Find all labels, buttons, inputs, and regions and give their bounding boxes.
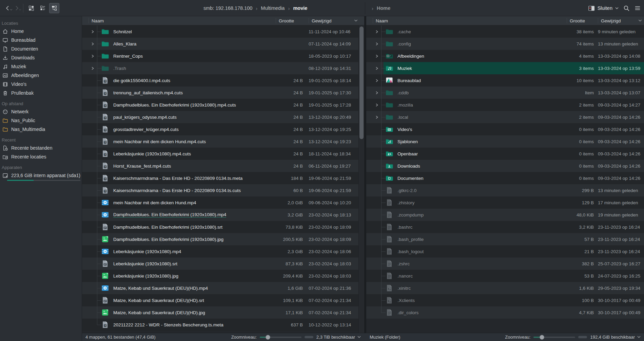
sidebar-item-nas-public[interactable]: Nas_Public: [0, 116, 82, 125]
file-row[interactable]: .dir_colors4,7 KiB30-10-2017 op 00:49: [366, 306, 644, 319]
scrollbar-handle[interactable]: [359, 26, 364, 139]
forward-button[interactable]: [12, 3, 21, 14]
column-header-name[interactable]: Naam: [373, 18, 567, 23]
file-row[interactable]: ?Dampfnudelblues. Ein Eberhoferkrimi (19…: [82, 99, 358, 111]
file-row[interactable]: Matze, Kebab und Sauerkraut (DEU)(HD).sr…: [82, 294, 358, 306]
file-date: 29-05-2023 op 19:34: [598, 286, 644, 291]
sidebar-item-muziek[interactable]: Muziek: [0, 62, 82, 71]
file-date: 23-11-2023 op 16:24: [598, 237, 644, 242]
column-header-modified[interactable]: Gewijzigd: [598, 18, 644, 23]
column-header-name[interactable]: Naam: [89, 18, 276, 23]
file-row[interactable]: ?trennung_auf_italienisch.mp4.cuts24 B19…: [82, 87, 358, 99]
zoom-label: Zoomniveau:: [231, 335, 257, 340]
file-row[interactable]: .gtkrc-2.0299 B13 minuten geleden: [366, 184, 644, 196]
file-row[interactable]: ?Horst_Krause_fest.mp4.cuts24 B06-11-202…: [82, 160, 358, 172]
file-row[interactable]: ?grosstadtrevier_krüger.mp4.cuts24 B13-1…: [82, 123, 358, 135]
file-size: 48,0 KiB: [567, 212, 594, 217]
back-button[interactable]: [3, 3, 12, 14]
file-row[interactable]: .zcompdump48,0 KiB19 minuten geleden: [366, 209, 644, 221]
vertical-scrollbar[interactable]: [358, 25, 364, 333]
file-row[interactable]: Dampfnudelblues. Ein Eberhoferkrimi (192…: [82, 209, 358, 221]
sidebar-item-video-s[interactable]: Video's: [0, 80, 82, 89]
free-space-button[interactable]: 192,4 GiB beschikbaar: [590, 335, 641, 340]
file-row[interactable]: Leberkäsjunkie (1920x1080).mp42,3 GiB23-…: [82, 245, 358, 258]
file-row[interactable]: .bashrc3,2 KiB23-11-2023 op 16:24: [366, 221, 644, 233]
file-row[interactable]: .nanorc53 B24-07-2023 op 16:25: [366, 270, 644, 282]
file-row[interactable]: Openbaar0 items09-03-2024 op 14:26: [366, 148, 644, 160]
file-row[interactable]: .bash_profile57 B23-11-2023 op 16:24: [366, 233, 644, 245]
sidebar-item-afbeeldingen[interactable]: Afbeeldingen: [0, 71, 82, 80]
file-row[interactable]: Schnitzel11-11-2024 op 10:46: [82, 25, 358, 38]
file-row[interactable]: .Xclients100 B30-10-2017 op 00:49: [366, 294, 644, 306]
breadcrumb-segment[interactable]: Multimedia: [261, 5, 285, 11]
file-row[interactable]: .xinitrc1,6 KiB29-05-2023 op 19:34: [366, 282, 644, 294]
file-row[interactable]: Leberkäsjunkie (1920x1080).jpg209,4 KiB2…: [82, 270, 358, 282]
file-row[interactable]: ?Kaiserschmarrndrama - Das Erste HD - 20…: [82, 184, 358, 196]
file-row[interactable]: .bash_logout21 B23-11-2023 op 16:24: [366, 245, 644, 258]
sidebar-section-label: Apparaten: [0, 163, 82, 171]
details-view-button[interactable]: [38, 3, 48, 13]
file-row[interactable]: ?mein Nachbar mit dem dicken Hund.mp4.cu…: [82, 135, 358, 148]
column-header-size[interactable]: Grootte: [276, 18, 303, 23]
file-row[interactable]: .zhistory129 B17 minuten geleden: [366, 196, 644, 209]
file-row[interactable]: Dampfnudelblues. Ein Eberhoferkrimi (192…: [82, 233, 358, 245]
breadcrumb-segment-current[interactable]: Home: [377, 5, 390, 11]
zoom-slider[interactable]: [260, 337, 301, 338]
forward-history-chevron-icon[interactable]: [19, 7, 21, 12]
file-row[interactable]: Matze, Kebab und Sauerkraut (DEU)(HD).jp…: [82, 306, 358, 319]
column-header-modified[interactable]: Gewijzigd: [309, 18, 358, 23]
file-row[interactable]: mein Nachbar mit dem dicken Hund.mp42,0 …: [82, 196, 358, 209]
file-row[interactable]: Afbeeldingen4 items13-03-2024 op 14:08: [366, 50, 644, 62]
home-icon: [2, 29, 8, 34]
tree-view-button[interactable]: [49, 3, 59, 13]
sidebar-item-documenten[interactable]: Documenten: [0, 44, 82, 53]
zoom-slider[interactable]: [533, 337, 575, 338]
file-row[interactable]: Bureaublad10 items13-03-2024 op 13:12: [366, 74, 644, 87]
breadcrumb-segment[interactable]: smb: 192.168.178.100: [203, 5, 252, 11]
sidebar-item-recente-bestanden[interactable]: Recente bestanden: [0, 144, 82, 152]
file-row[interactable]: Leberkäsjunkie (1920x1080).srt87,3 KiB23…: [82, 258, 358, 270]
sidebar-item-netwerk[interactable]: Netwerk: [0, 107, 82, 116]
menu-button[interactable]: [635, 5, 641, 11]
file-row[interactable]: ?Leberkäsjunkie (1920x1080).mp4.cuts24 B…: [82, 148, 358, 160]
file-row[interactable]: .zshrc382 B25-07-2023 op 16:27: [366, 258, 644, 270]
file-row[interactable]: Sjablonen0 items09-03-2024 op 14:26: [366, 135, 644, 148]
close-split-view-button[interactable]: Sluiten: [588, 5, 619, 12]
sidebar-item-downloads[interactable]: Downloads: [0, 53, 82, 62]
file-row[interactable]: .cache38 items9 minuten geleden: [366, 25, 644, 38]
free-space-button[interactable]: 2,3 TiB beschikbaar: [316, 335, 361, 340]
file-row[interactable]: Video's0 items09-03-2024 op 14:26: [366, 123, 644, 135]
file-row[interactable]: .local2 items09-03-2024 op 14:26: [366, 111, 644, 123]
file-row[interactable]: Downloads0 items09-03-2024 op 14:26: [366, 160, 644, 172]
file-name: mein Nachbar mit dem dicken Hund.mp4.cut…: [113, 139, 206, 144]
zoom-slider-handle[interactable]: [266, 335, 270, 340]
file-row[interactable]: .config74 items13 minuten geleden: [366, 38, 644, 50]
file-row[interactable]: .cddbItem13-03-2024 op 13:07: [366, 87, 644, 99]
file-date: 09-03-2024 op 14:26: [598, 176, 644, 181]
icons-view-button[interactable]: [26, 3, 36, 13]
sidebar-item-223-6-gib-intern-apparaat-sda1-[interactable]: 223,6 GiB intern apparaat (sda1): [0, 171, 82, 180]
file-row[interactable]: Alles_Klara07-11-2024 op 14:09: [82, 38, 358, 50]
breadcrumb-segment-current[interactable]: movie: [293, 5, 307, 11]
file-row[interactable]: .Trash08-12-2019 op 14:31: [82, 62, 358, 74]
sidebar-item-recente-locaties[interactable]: Recente locaties: [0, 152, 82, 161]
column-header-size[interactable]: Grootte: [567, 18, 594, 23]
file-row[interactable]: Documenten0 items09-03-2024 op 14:26: [366, 172, 644, 184]
file-row[interactable]: ?20211222 2212 - WDR - Stenzels Bescheru…: [82, 319, 358, 331]
file-row[interactable]: ?Kaiserschmarrndrama - Das Erste HD - 20…: [82, 172, 358, 184]
file-row[interactable]: Dampfnudelblues. Ein Eberhoferkrimi (192…: [82, 221, 358, 233]
sidebar-item-nas-multimedia[interactable]: Nas_Multimedia: [0, 125, 82, 134]
file-row[interactable]: Muziek3 items13-03-2024 op 13:59: [366, 62, 644, 74]
file-row[interactable]: Matze, Kebab und Sauerkraut (DEU)(HD).mp…: [82, 282, 358, 294]
file-row[interactable]: ?paul_krügers_odysse.mp4.cuts24 B13-12-2…: [82, 111, 358, 123]
zoom-slider-handle[interactable]: [540, 335, 544, 340]
search-button[interactable]: [623, 5, 630, 12]
file-row[interactable]: .mozilla2 items09-03-2024 op 14:27: [366, 99, 644, 111]
file-row[interactable]: ?die gotik1550400.l.mp4.cuts24 B19-01-20…: [82, 74, 358, 87]
file-date: 13-03-2024 op 13:07: [598, 90, 644, 95]
file-date: 19-01-2025 op 17:28: [309, 102, 358, 108]
sidebar-item-prullenbak[interactable]: Prullenbak: [0, 89, 82, 97]
sidebar-item-home[interactable]: Home: [0, 27, 82, 36]
sidebar-item-bureaublad[interactable]: Bureaublad: [0, 36, 82, 44]
file-row[interactable]: Rentner_Cops18-05-2023 op 10:17: [82, 50, 358, 62]
